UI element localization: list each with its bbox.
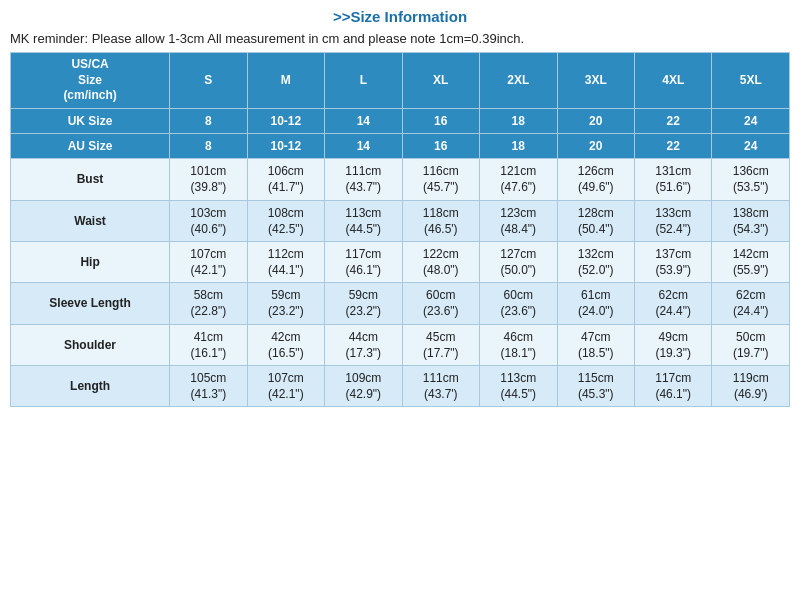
row-label-5: Length [11,366,170,407]
row-4-value-1: 42cm(16.5") [247,324,324,365]
row-4-value-3: 45cm(17.7") [402,324,479,365]
row-5-value-7: 119cm(46.9') [712,366,790,407]
au-size-value-7: 24 [712,133,790,158]
uk-size-value-3: 16 [402,108,479,133]
row-2-value-6: 137cm(53.9") [635,241,712,282]
row-0-value-7: 136cm(53.5") [712,159,790,200]
page-title: >>Size Information [10,8,790,25]
row-0-value-1: 106cm(41.7") [247,159,324,200]
reminder-text: MK reminder: Please allow 1-3cm All meas… [10,31,790,46]
au-size-label: AU Size [11,133,170,158]
row-1-value-5: 128cm(50.4") [557,200,634,241]
au-size-value-2: 14 [325,133,402,158]
row-1-value-4: 123cm(48.4") [480,200,557,241]
row-label-3: Sleeve Length [11,283,170,324]
data-row-3: Sleeve Length58cm(22.8")59cm(23.2")59cm(… [11,283,790,324]
row-0-value-0: 101cm(39.8") [170,159,247,200]
row-1-value-7: 138cm(54.3") [712,200,790,241]
row-1-value-2: 113cm(44.5") [325,200,402,241]
row-1-value-1: 108cm(42.5") [247,200,324,241]
row-2-value-7: 142cm(55.9") [712,241,790,282]
row-5-value-3: 111cm(43.7') [402,366,479,407]
row-5-value-4: 113cm(44.5") [480,366,557,407]
row-label-0: Bust [11,159,170,200]
size-5xl-header: 5XL [712,53,790,109]
row-2-value-5: 132cm(52.0") [557,241,634,282]
size-3xl-header: 3XL [557,53,634,109]
row-4-value-5: 47cm(18.5") [557,324,634,365]
size-table: US/CASize(cm/inch) S M L XL 2XL 3XL 4XL … [10,52,790,407]
row-label-4: Shoulder [11,324,170,365]
row-4-value-0: 41cm(16.1") [170,324,247,365]
uk-size-value-2: 14 [325,108,402,133]
size-4xl-header: 4XL [635,53,712,109]
row-3-value-5: 61cm(24.0") [557,283,634,324]
row-4-value-6: 49cm(19.3") [635,324,712,365]
row-3-value-1: 59cm(23.2") [247,283,324,324]
uk-size-value-6: 22 [635,108,712,133]
uk-size-value-1: 10-12 [247,108,324,133]
row-0-value-5: 126cm(49.6") [557,159,634,200]
size-l-header: L [325,53,402,109]
row-2-value-2: 117cm(46.1") [325,241,402,282]
data-row-0: Bust101cm(39.8")106cm(41.7")111cm(43.7")… [11,159,790,200]
au-size-value-3: 16 [402,133,479,158]
row-5-value-1: 107cm(42.1") [247,366,324,407]
row-0-value-2: 111cm(43.7") [325,159,402,200]
uk-size-value-0: 8 [170,108,247,133]
row-3-value-0: 58cm(22.8") [170,283,247,324]
au-size-value-5: 20 [557,133,634,158]
uk-size-row: UK Size810-12141618202224 [11,108,790,133]
row-1-value-0: 103cm(40.6") [170,200,247,241]
row-label-2: Hip [11,241,170,282]
row-0-value-3: 116cm(45.7") [402,159,479,200]
uk-size-value-7: 24 [712,108,790,133]
row-5-value-0: 105cm(41.3") [170,366,247,407]
row-2-value-4: 127cm(50.0") [480,241,557,282]
row-0-value-6: 131cm(51.6") [635,159,712,200]
uk-size-label: UK Size [11,108,170,133]
uk-size-value-4: 18 [480,108,557,133]
row-5-value-2: 109cm(42.9") [325,366,402,407]
row-3-value-2: 59cm(23.2") [325,283,402,324]
row-3-value-7: 62cm(24.4") [712,283,790,324]
au-size-value-4: 18 [480,133,557,158]
row-3-value-6: 62cm(24.4") [635,283,712,324]
row-4-value-4: 46cm(18.1") [480,324,557,365]
header-row: US/CASize(cm/inch) S M L XL 2XL 3XL 4XL … [11,53,790,109]
au-size-value-1: 10-12 [247,133,324,158]
row-3-value-3: 60cm(23.6") [402,283,479,324]
au-size-value-6: 22 [635,133,712,158]
data-row-1: Waist103cm(40.6")108cm(42.5")113cm(44.5"… [11,200,790,241]
data-row-4: Shoulder41cm(16.1")42cm(16.5")44cm(17.3"… [11,324,790,365]
row-2-value-0: 107cm(42.1") [170,241,247,282]
row-4-value-2: 44cm(17.3") [325,324,402,365]
row-5-value-6: 117cm(46.1") [635,366,712,407]
row-5-value-5: 115cm(45.3") [557,366,634,407]
row-3-value-4: 60cm(23.6") [480,283,557,324]
au-size-row: AU Size810-12141618202224 [11,133,790,158]
row-0-value-4: 121cm(47.6") [480,159,557,200]
row-label-1: Waist [11,200,170,241]
table-body: UK Size810-12141618202224AU Size810-1214… [11,108,790,407]
size-s-header: S [170,53,247,109]
row-1-value-3: 118cm(46.5') [402,200,479,241]
row-2-value-1: 112cm(44.1") [247,241,324,282]
size-label-header: US/CASize(cm/inch) [11,53,170,109]
size-chart-container: >>Size Information MK reminder: Please a… [10,8,790,407]
data-row-5: Length105cm(41.3")107cm(42.1")109cm(42.9… [11,366,790,407]
uk-size-value-5: 20 [557,108,634,133]
size-m-header: M [247,53,324,109]
au-size-value-0: 8 [170,133,247,158]
row-4-value-7: 50cm(19.7") [712,324,790,365]
row-1-value-6: 133cm(52.4") [635,200,712,241]
row-2-value-3: 122cm(48.0") [402,241,479,282]
size-2xl-header: 2XL [480,53,557,109]
data-row-2: Hip107cm(42.1")112cm(44.1")117cm(46.1")1… [11,241,790,282]
size-xl-header: XL [402,53,479,109]
